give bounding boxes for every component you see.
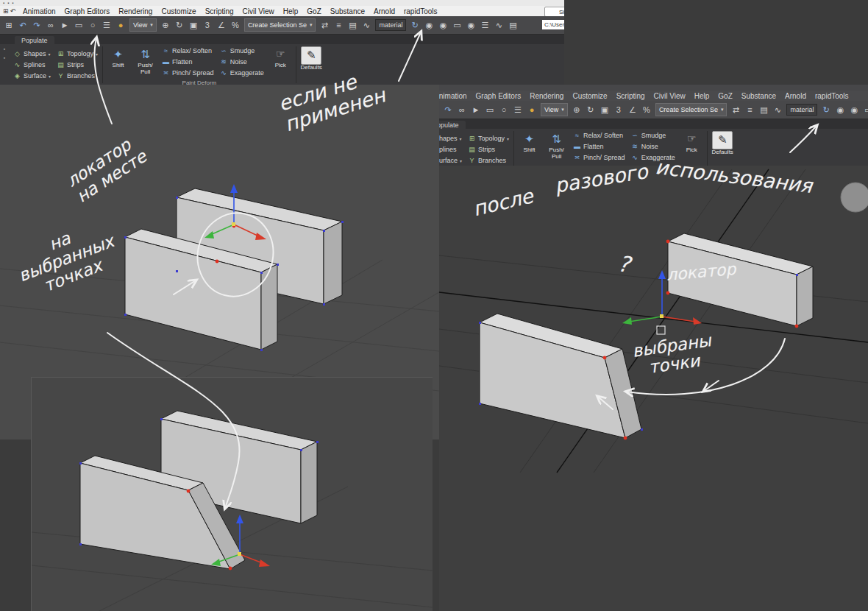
select-arrow-icon[interactable]: ► <box>58 18 71 32</box>
pinch-spread-button[interactable]: ≍ Pinch/ Spread <box>160 67 216 78</box>
select-by-name-icon[interactable]: ☰ <box>100 18 113 32</box>
undo-icon[interactable]: ↶ <box>16 18 29 32</box>
topology-button[interactable]: ⊞ Topology ▾ <box>466 133 511 144</box>
layers-icon[interactable]: ▤ <box>506 18 519 32</box>
snap-toggle-icon[interactable]: 3 <box>201 18 214 32</box>
shapes-button[interactable]: ◇ Shapes ▾ <box>439 133 464 144</box>
ribbon-config-icons[interactable]: ▪ ▪ <box>1 46 8 60</box>
shift-button[interactable]: ✦ Shift <box>104 44 132 79</box>
angle-snap-icon[interactable]: ∠ <box>626 103 639 117</box>
sign-in-button[interactable]: Sign i <box>544 7 564 17</box>
select-by-name-icon[interactable]: ☰ <box>478 18 491 32</box>
snap-toggle-icon[interactable]: 3 <box>612 103 625 117</box>
render-setup-icon[interactable]: ◉ <box>847 103 861 117</box>
rotate-refresh-icon[interactable]: ↻ <box>819 103 833 117</box>
view-dropdown[interactable]: View ▾ <box>541 103 568 116</box>
surface-button[interactable]: ◈ Surface ▾ <box>439 155 464 166</box>
undo-icon[interactable]: ↶ <box>439 103 441 117</box>
scale-icon[interactable]: ▣ <box>598 103 611 117</box>
noise-button[interactable]: ≋ Noise <box>218 56 266 67</box>
rect-select-icon[interactable]: ▭ <box>72 18 85 32</box>
material-field[interactable]: material <box>786 104 817 116</box>
pick-button[interactable]: ☞ Pick <box>678 129 705 163</box>
menu-civil-view[interactable]: Civil View <box>238 7 279 15</box>
relax-soften-button[interactable]: ≈ Relax/ Soften <box>571 130 627 141</box>
tab-populate[interactable]: Populate <box>439 121 466 129</box>
redo-icon[interactable]: ↷ <box>30 18 43 32</box>
menu-rapidtools[interactable]: rapidTools <box>399 7 442 15</box>
shift-button[interactable]: ✦ Shift <box>516 129 543 163</box>
move-icon[interactable]: ⊕ <box>159 18 172 32</box>
rotate-icon[interactable]: ↻ <box>173 18 186 32</box>
flatten-button[interactable]: ▬ Flatten <box>571 141 627 152</box>
angle-snap-icon[interactable]: ∠ <box>215 18 228 32</box>
menu-substance[interactable]: Substance <box>737 92 780 100</box>
curve-editor-icon[interactable]: ∿ <box>771 103 784 117</box>
view-sphere-icon[interactable]: ● <box>114 18 127 32</box>
menu-goz[interactable]: GoZ <box>714 92 736 100</box>
curve-icon[interactable]: ∿ <box>492 18 505 32</box>
strips-button[interactable]: ▤ Strips <box>54 60 100 71</box>
pick-button[interactable]: ☞ Pick <box>267 44 294 79</box>
rect-select-icon[interactable]: ▭ <box>483 103 497 117</box>
ribbon-config-icon[interactable]: ▪ <box>4 55 5 60</box>
material-field[interactable]: material <box>375 19 406 31</box>
menu-animation[interactable]: Animation <box>18 7 60 15</box>
menu-graph-editors[interactable]: Graph Editors <box>60 7 115 15</box>
menu-scripting[interactable]: Scripting <box>612 92 650 100</box>
topology-button[interactable]: ⊞ Topology ▾ <box>54 49 100 60</box>
percent-snap-icon[interactable]: % <box>229 18 242 32</box>
select-by-name-icon[interactable]: ☰ <box>511 103 524 117</box>
app-grid-icon[interactable]: ⊞ <box>3 7 9 15</box>
viewcube-sphere[interactable] <box>841 183 868 212</box>
splines-button[interactable]: ∿ Splines <box>11 60 53 71</box>
layers-icon[interactable]: ▤ <box>346 18 359 32</box>
splines-button[interactable]: ∿ Splines <box>439 144 464 155</box>
push-pull-button[interactable]: ⇅ Push/ Pull <box>543 129 570 163</box>
mirror-icon[interactable]: ⇄ <box>729 103 742 117</box>
defaults-button[interactable]: ✎ Defaults <box>298 44 325 85</box>
menu-help[interactable]: Help <box>690 92 714 100</box>
layers-icon[interactable]: ▤ <box>757 103 770 117</box>
render-setup-icon[interactable]: ◉ <box>436 18 449 32</box>
rotate-icon[interactable]: ↻ <box>584 103 597 117</box>
redo-icon[interactable]: ↷ <box>441 103 455 117</box>
menu-rendering[interactable]: Rendering <box>114 7 157 15</box>
link-icon[interactable]: ∞ <box>455 103 469 117</box>
menu-help[interactable]: Help <box>279 7 303 15</box>
menu-customize[interactable]: Customize <box>157 7 200 15</box>
circle-select-icon[interactable]: ○ <box>86 18 99 32</box>
scale-icon[interactable]: ▣ <box>187 18 200 32</box>
relax-soften-button[interactable]: ≈ Relax/ Soften <box>160 45 216 56</box>
exaggerate-button[interactable]: ∿ Exaggerate <box>629 152 677 163</box>
branches-button[interactable]: Y Branches <box>466 155 511 166</box>
branches-button[interactable]: Y Branches <box>54 71 100 82</box>
viewport-right[interactable] <box>439 166 868 611</box>
view-dropdown[interactable]: View ▾ <box>129 18 157 32</box>
material-editor-icon[interactable]: ◉ <box>833 103 847 117</box>
view-sphere-icon[interactable]: ● <box>525 103 538 117</box>
link-icon[interactable]: ∞ <box>44 18 57 32</box>
noise-button[interactable]: ≋ Noise <box>629 141 677 152</box>
defaults-button[interactable]: ✎ Defaults <box>709 129 736 166</box>
selection-set-dropdown[interactable]: Create Selection Se ▾ <box>244 18 316 32</box>
smudge-button[interactable]: ∽ Smudge <box>629 130 677 141</box>
menu-animation[interactable]: Animation <box>439 92 472 100</box>
circle-select-icon[interactable]: ○ <box>497 103 511 117</box>
move-icon[interactable]: ⊕ <box>570 103 583 117</box>
selection-set-dropdown[interactable]: Create Selection Se ▾ <box>655 103 728 116</box>
material-editor-icon[interactable]: ◉ <box>422 18 435 32</box>
rotate-refresh-icon[interactable]: ↻ <box>408 18 421 32</box>
mirror-icon[interactable]: ⇄ <box>318 18 331 32</box>
tab-populate[interactable]: Populate <box>15 36 54 44</box>
menu-arnold[interactable]: Arnold <box>780 92 811 100</box>
menu-substance[interactable]: Substance <box>326 7 369 15</box>
pinch-spread-button[interactable]: ≍ Pinch/ Spread <box>571 152 627 163</box>
exaggerate-button[interactable]: ∿ Exaggerate <box>218 67 266 78</box>
surface-button[interactable]: ◈ Surface ▾ <box>11 71 53 82</box>
ribbon-config-icon[interactable]: ▪ <box>4 46 5 52</box>
strips-button[interactable]: ▤ Strips <box>466 144 511 155</box>
render-teapot-icon[interactable]: ◉ <box>464 18 477 32</box>
menu-rapidtools[interactable]: rapidTools <box>811 92 853 100</box>
percent-snap-icon[interactable]: % <box>640 103 653 117</box>
